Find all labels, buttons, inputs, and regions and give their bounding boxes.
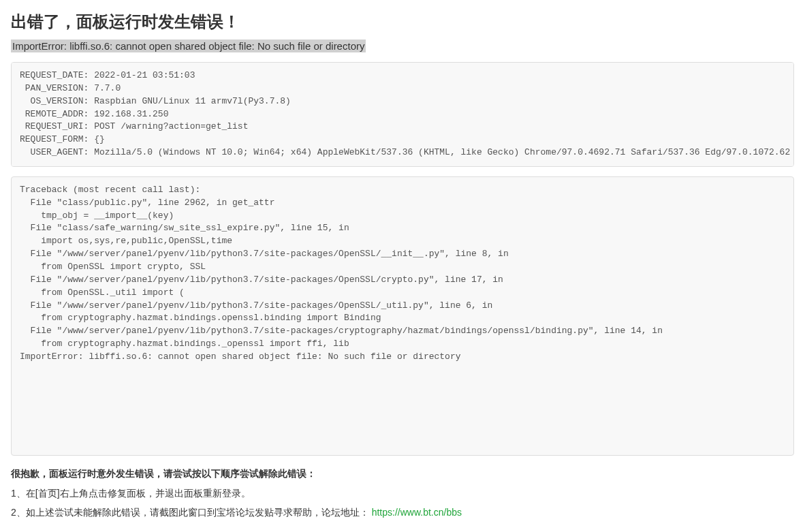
help-item-2: 2、如上述尝试未能解除此错误，请截图此窗口到宝塔论坛发贴寻求帮助，论坛地址： h… [11, 505, 794, 520]
page-title: 出错了，面板运行时发生错误！ [11, 11, 794, 33]
request-info-block: REQUEST_DATE: 2022-01-21 03:51:03 PAN_VE… [11, 62, 794, 167]
traceback-block: Traceback (most recent call last): File … [11, 176, 794, 456]
error-message: ImportError: libffi.so.6: cannot open sh… [11, 40, 366, 52]
help-item-1: 1、在[首页]右上角点击修复面板，并退出面板重新登录。 [11, 486, 794, 501]
help-item-2-text: 2、如上述尝试未能解除此错误，请截图此窗口到宝塔论坛发贴寻求帮助，论坛地址： [11, 507, 369, 518]
help-section: 很抱歉，面板运行时意外发生错误，请尝试按以下顺序尝试解除此错误： 1、在[首页]… [11, 468, 794, 520]
bbs-link[interactable]: https://www.bt.cn/bbs [372, 507, 462, 518]
help-title: 很抱歉，面板运行时意外发生错误，请尝试按以下顺序尝试解除此错误： [11, 468, 794, 480]
